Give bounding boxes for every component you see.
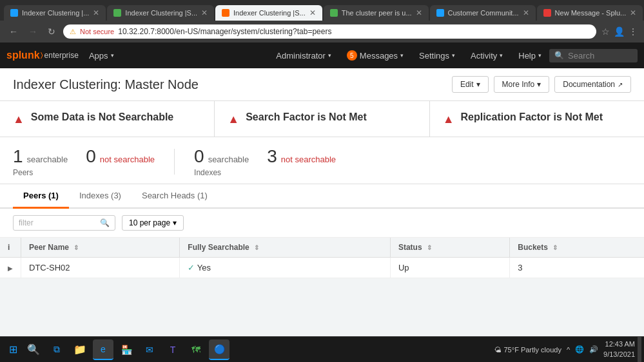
col-header-i[interactable]: i <box>0 238 21 258</box>
browser-tab-4[interactable]: The cluster peer is u... ✕ <box>324 5 429 21</box>
peers-searchable-label: searchable <box>27 155 68 164</box>
reload-button[interactable]: ↻ <box>45 25 58 38</box>
nav-admin[interactable]: Administrator ▾ <box>268 43 339 68</box>
browser-tab-5[interactable]: Customer Communit... ✕ <box>430 5 536 21</box>
browser-tab-3[interactable]: Indexer Clustering |S... ✕ <box>215 5 322 21</box>
col-peer-name-label: Peer Name <box>29 243 69 252</box>
indexes-group-label: Indexes <box>194 168 336 177</box>
nav-search[interactable]: 🔍 <box>549 49 638 62</box>
tab-favicon-3 <box>222 9 229 17</box>
splunk-nav: splunk 〉 enterprise Apps ▾ Administrator… <box>0 43 644 68</box>
alert-not-searchable: ▲ Some Data is Not Searchable <box>0 101 215 137</box>
col-header-peer-name[interactable]: Peer Name ⇕ <box>21 238 180 258</box>
alert-icon-2: ▲ <box>228 113 239 126</box>
tab-close-6[interactable]: ✕ <box>630 8 636 17</box>
activity-label: Activity <box>471 51 497 61</box>
security-icon: ⚠ <box>70 28 76 36</box>
bookmark-icon[interactable]: ☆ <box>601 26 610 37</box>
address-bar[interactable]: ⚠ Not secure 10.32.20.7:8000/en-US/manag… <box>63 24 596 39</box>
tab-close-4[interactable]: ✕ <box>416 8 422 17</box>
nav-help[interactable]: Help ▾ <box>511 43 549 68</box>
messages-badge: 5 <box>347 50 357 61</box>
row-buckets-cell: 3 <box>510 258 644 278</box>
documentation-button[interactable]: Documentation ↗ <box>554 76 631 93</box>
apps-caret: ▾ <box>111 52 114 59</box>
filter-wrap[interactable]: 🔍 <box>13 215 115 231</box>
table-controls: 🔍 10 per page ▾ <box>0 209 644 238</box>
nav-settings[interactable]: Settings ▾ <box>411 43 463 68</box>
tab-close-1[interactable]: ✕ <box>93 8 99 17</box>
browser-tab-2[interactable]: Indexer Clustering |S... ✕ <box>107 5 214 21</box>
search-icon: 🔍 <box>554 51 564 60</box>
row-buckets: 3 <box>518 263 522 272</box>
page-title: Indexer Clustering: Master Node <box>13 77 199 92</box>
tab-search-heads[interactable]: Search Heads (1) <box>132 184 218 209</box>
settings-label: Settings <box>419 51 449 61</box>
table-header: i Peer Name ⇕ Fully Searchable ⇕ Status … <box>0 238 644 258</box>
tab-favicon-1 <box>10 9 18 17</box>
back-button[interactable]: ← <box>6 25 21 38</box>
per-page-caret: ▾ <box>173 218 177 227</box>
data-table: i Peer Name ⇕ Fully Searchable ⇕ Status … <box>0 238 644 278</box>
more-info-button[interactable]: More Info ▾ <box>494 76 550 93</box>
tab-peers[interactable]: Peers (1) <box>13 184 69 209</box>
nav-messages[interactable]: 5 Messages ▾ <box>339 43 411 68</box>
row-expand-arrow[interactable]: ▶ <box>8 265 13 272</box>
per-page-button[interactable]: 10 per page ▾ <box>122 215 184 231</box>
logo-suffix: enterprise <box>44 51 79 60</box>
table-body: ▶ DTC-SH02 ✓ Yes Up 3 <box>0 258 644 278</box>
security-label: Not secure <box>80 28 114 35</box>
col-status-label: Status <box>398 243 422 252</box>
profile-icon[interactable]: 👤 <box>614 26 625 37</box>
nav-activity[interactable]: Activity ▾ <box>463 43 511 68</box>
forward-button[interactable]: → <box>26 25 40 38</box>
tab-title-3: Indexer Clustering |S... <box>233 9 306 17</box>
documentation-label: Documentation <box>563 80 615 89</box>
browser-tab-6[interactable]: New Message - Splu... ✕ <box>537 5 643 21</box>
buckets-sort-icon: ⇕ <box>552 244 558 251</box>
peers-group-label: Peers <box>13 168 155 177</box>
peer-name-sort-icon: ⇕ <box>73 244 79 251</box>
filter-input[interactable] <box>19 218 96 227</box>
edit-caret: ▾ <box>476 80 480 89</box>
apps-label: Apps <box>89 51 108 61</box>
row-expand-cell[interactable]: ▶ <box>0 258 21 278</box>
col-header-fully-searchable[interactable]: Fully Searchable ⇕ <box>180 238 391 258</box>
alert-icon-3: ▲ <box>443 113 454 126</box>
page-header: Indexer Clustering: Master Node Edit ▾ M… <box>0 68 644 101</box>
peers-not-searchable-count: 0 <box>86 146 96 167</box>
logo-arrow: 〉 <box>41 52 43 59</box>
col-header-status[interactable]: Status ⇕ <box>390 238 509 258</box>
alert-search-factor: ▲ Search Factor is Not Met <box>215 101 429 137</box>
peers-searchable-count: 1 <box>13 146 23 167</box>
address-text[interactable]: 10.32.20.7:8000/en-US/manager/system/clu… <box>118 27 590 36</box>
indexes-searchable-label: searchable <box>208 155 249 164</box>
row-status: Up <box>398 263 409 272</box>
filter-search-icon: 🔍 <box>100 218 110 227</box>
col-buckets-label: Buckets <box>518 243 548 252</box>
table-row: ▶ DTC-SH02 ✓ Yes Up 3 <box>0 258 644 278</box>
col-header-buckets[interactable]: Buckets ⇕ <box>510 238 644 258</box>
external-link-icon: ↗ <box>618 81 623 88</box>
row-fully-searchable-cell: ✓ Yes <box>180 258 391 278</box>
tab-indexes[interactable]: Indexes (3) <box>69 184 132 209</box>
extensions-icon[interactable]: ⋮ <box>629 26 638 37</box>
indexes-not-searchable-label: not searchable <box>281 155 336 164</box>
nav-apps[interactable]: Apps ▾ <box>81 43 122 68</box>
logo-text: splunk <box>6 50 40 61</box>
browser-tab-1[interactable]: Indexer Clustering |... ✕ <box>4 5 106 21</box>
search-input[interactable] <box>568 51 632 61</box>
tabs-bar: Peers (1) Indexes (3) Search Heads (1) <box>0 184 644 209</box>
tab-title-1: Indexer Clustering |... <box>22 9 89 17</box>
messages-caret: ▾ <box>400 52 404 59</box>
row-peer-name-cell: DTC-SH02 <box>21 258 180 278</box>
tab-close-5[interactable]: ✕ <box>523 8 529 17</box>
edit-label: Edit <box>460 80 474 89</box>
tab-close-2[interactable]: ✕ <box>201 8 208 17</box>
edit-button[interactable]: Edit ▾ <box>452 76 489 93</box>
tab-favicon-6 <box>543 9 551 17</box>
settings-caret: ▾ <box>452 52 455 59</box>
stats-divider <box>174 149 175 175</box>
tab-close-3[interactable]: ✕ <box>309 8 316 17</box>
admin-caret: ▾ <box>328 52 331 59</box>
